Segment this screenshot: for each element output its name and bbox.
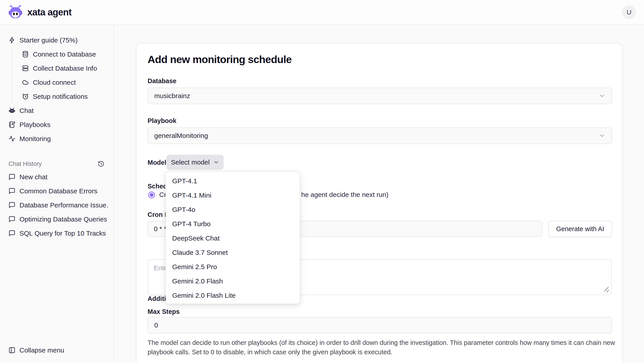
- model-option-label: Gemini 2.0 Flash: [172, 277, 223, 285]
- model-option-label: GPT-4 Turbo: [172, 220, 211, 228]
- collapse-menu-button[interactable]: Collapse menu: [5, 343, 108, 357]
- model-option-label: GPT-4.1 Mini: [172, 192, 211, 199]
- message-square-icon: [8, 188, 16, 194]
- activity-icon: [8, 135, 16, 142]
- sidebar-item-label: Connect to Database: [33, 50, 96, 58]
- sidebar-item-label: Chat: [20, 107, 34, 114]
- chat-history-item[interactable]: Optimizing Database Queries: [5, 212, 108, 226]
- chat-history-item-label: Optimizing Database Queries: [20, 215, 107, 223]
- database-select-value: musicbrainz: [154, 92, 190, 100]
- zap-icon: [8, 37, 16, 43]
- app-root: xata agent U Starter guide (75%) Connect…: [0, 0, 644, 363]
- logo-text: xata agent: [27, 7, 72, 18]
- sidebar-item-chat[interactable]: Chat: [5, 103, 108, 118]
- select-model-button-label: Select model: [171, 158, 210, 166]
- sidebar-item-connect-to-database[interactable]: Connect to Database: [12, 47, 108, 61]
- model-option-label: GPT-4.1: [172, 177, 197, 185]
- avatar-initial: U: [626, 8, 632, 16]
- database-label: Database: [148, 77, 176, 85]
- sidebar-item-monitoring[interactable]: Monitoring: [5, 132, 108, 146]
- schedule-radio-label-left: Cr: [159, 191, 166, 198]
- sidebar-item-label: Starter guide (75%): [20, 36, 78, 44]
- history-icon: [98, 160, 104, 167]
- sidebar-item-setup-notifications[interactable]: Setup notifications: [12, 89, 108, 103]
- model-option[interactable]: GPT-4.1 Mini: [168, 188, 298, 203]
- schedule-label: Sched: [148, 183, 167, 190]
- database-icon: [22, 51, 29, 58]
- textarea-resize-handle[interactable]: [604, 287, 609, 293]
- server-icon: [22, 65, 29, 72]
- message-square-icon: [8, 173, 16, 180]
- notebook-pen-icon: [8, 121, 16, 128]
- sidebar-item-playbooks[interactable]: Playbooks: [5, 118, 108, 132]
- message-square-icon: [8, 216, 16, 223]
- chat-history-item[interactable]: Common Database Errors: [5, 184, 108, 198]
- xata-robot-logo-icon: [8, 5, 23, 20]
- sidebar-item-label: Cloud connect: [33, 79, 76, 86]
- chat-history-item-label: SQL Query for Top 10 Tracks …: [20, 230, 108, 237]
- model-option[interactable]: Gemini 2.0 Flash: [168, 274, 298, 288]
- model-option[interactable]: Gemini 2.5 Pro: [168, 260, 298, 274]
- panel-left-icon: [8, 347, 16, 354]
- model-option-label: DeepSeek Chat: [172, 235, 220, 242]
- max-steps-description: The model can decide to run other playbo…: [148, 338, 617, 357]
- chat-history-item-label: Database Performance Issue…: [20, 201, 108, 209]
- cloud-icon: [22, 79, 29, 86]
- max-steps-value: 0: [154, 322, 158, 329]
- chat-history-header: Chat History: [5, 158, 108, 170]
- chat-history-item[interactable]: Database Performance Issue…: [5, 198, 108, 212]
- model-option-label: Gemini 2.0 Flash Lite: [172, 292, 236, 299]
- cron-expression-value: 0 * *: [154, 225, 166, 233]
- alarm-clock-icon: [22, 93, 29, 100]
- page-title: Add new monitoring schedule: [148, 53, 292, 65]
- generate-with-ai-label: Generate with AI: [556, 225, 604, 232]
- playbook-select-value: generalMonitoring: [154, 132, 208, 139]
- model-option-label: Claude 3.7 Sonnet: [172, 249, 228, 256]
- model-option[interactable]: Gemini 2.0 Flash Lite: [168, 288, 298, 303]
- model-option[interactable]: GPT-4o: [168, 203, 298, 217]
- chevron-down-icon: [598, 132, 605, 139]
- model-option-label: Gemini 2.5 Pro: [172, 263, 217, 271]
- model-option[interactable]: Claude 3.7 Sonnet: [168, 245, 298, 260]
- collapse-menu-label: Collapse menu: [20, 347, 64, 354]
- database-select[interactable]: musicbrainz: [148, 88, 612, 104]
- sidebar-item-label: Playbooks: [20, 121, 50, 128]
- chat-history-title: Chat History: [8, 160, 42, 167]
- chevron-down-icon: [213, 159, 219, 165]
- schedule-radio-label-right: he agent decide the next run): [301, 191, 388, 198]
- model-option-label: GPT-4o: [172, 206, 195, 213]
- sidebar-item-label: Monitoring: [20, 135, 51, 143]
- sidebar-item-cloud-connect[interactable]: Cloud connect: [12, 75, 108, 89]
- schedule-radio[interactable]: [148, 192, 155, 198]
- sidebar: Starter guide (75%) Connect to Database: [0, 25, 114, 363]
- chat-history-item[interactable]: New chat: [5, 170, 108, 184]
- sidebar-item-label: Setup notifications: [33, 93, 88, 100]
- robot-icon: [8, 107, 16, 114]
- model-label: Model: [148, 159, 166, 166]
- starter-guide-children: Connect to Database Collect Database Inf…: [12, 47, 108, 103]
- generate-with-ai-button[interactable]: Generate with AI: [548, 221, 612, 237]
- sidebar-item-collect-database-info[interactable]: Collect Database Info: [12, 61, 108, 75]
- model-option[interactable]: GPT-4 Turbo: [168, 217, 298, 231]
- top-header: xata agent U: [0, 0, 644, 25]
- message-square-icon: [8, 202, 16, 209]
- sidebar-item-starter-guide[interactable]: Starter guide (75%): [5, 33, 108, 47]
- select-model-button[interactable]: Select model: [166, 155, 224, 170]
- model-option[interactable]: GPT-4.1: [168, 174, 298, 188]
- chat-history-item-label: New chat: [20, 173, 48, 181]
- user-avatar[interactable]: U: [622, 5, 636, 19]
- max-steps-input[interactable]: 0: [148, 317, 612, 334]
- playbook-label: Playbook: [148, 117, 176, 124]
- sidebar-item-label: Collect Database Info: [33, 65, 97, 72]
- max-steps-label: Max Steps: [148, 308, 180, 315]
- model-option[interactable]: DeepSeek Chat: [168, 231, 298, 245]
- chat-history-list: New chat Common Database Errors Database…: [5, 170, 108, 240]
- chat-history-item[interactable]: SQL Query for Top 10 Tracks …: [5, 226, 108, 240]
- playbook-select[interactable]: generalMonitoring: [148, 127, 612, 144]
- app-logo[interactable]: xata agent: [8, 5, 72, 20]
- chat-history-item-label: Common Database Errors: [20, 187, 97, 195]
- message-square-icon: [8, 230, 16, 237]
- chevron-down-icon: [598, 92, 605, 99]
- history-button[interactable]: [96, 159, 106, 169]
- model-dropdown-menu: GPT-4.1 GPT-4.1 Mini GPT-4o GPT-4 Turbo …: [166, 171, 300, 304]
